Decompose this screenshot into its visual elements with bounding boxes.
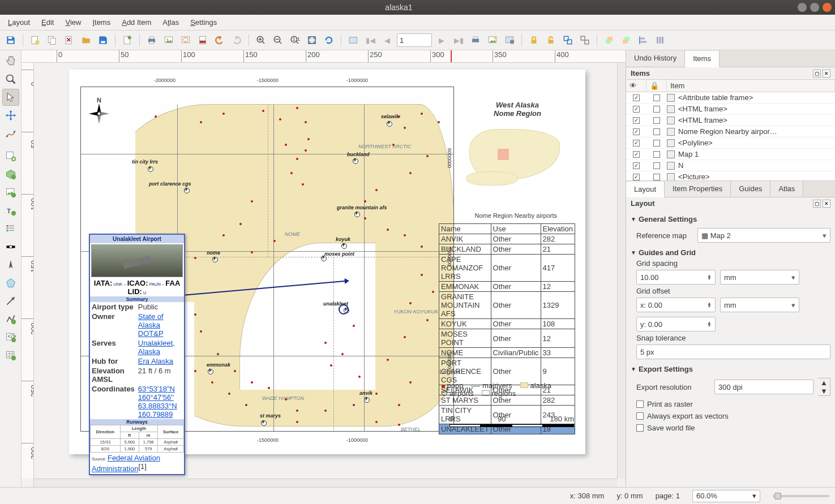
export-pdf-button[interactable] (195, 33, 210, 48)
menu-view[interactable]: View (61, 16, 85, 28)
menu-layout[interactable]: Layout (3, 16, 35, 28)
item-lock-checkbox[interactable] (653, 140, 660, 147)
add-3dmap-tool[interactable] (2, 166, 19, 183)
atlas-last-button[interactable]: ▶▮ (451, 33, 466, 48)
move-content-tool[interactable] (2, 107, 19, 124)
refmap-combo[interactable]: ▦ Map 2▾ (697, 228, 830, 243)
tab-undo-history[interactable]: Undo History (626, 50, 685, 67)
zoom-actual-button[interactable]: 1:1 (288, 33, 302, 48)
section-guides-grid[interactable]: ▼Guides and Grid (631, 245, 830, 259)
grid-offset-y-input[interactable]: y: 0.00▲▼ (636, 317, 716, 331)
menu-settings[interactable]: Settings (186, 16, 221, 28)
window-minimize-button[interactable] (798, 3, 807, 12)
item-visible-checkbox[interactable]: ✓ (633, 128, 640, 135)
list-item[interactable]: ✓Nome Region Nearby airpor… (626, 126, 835, 137)
lock-items-button[interactable] (526, 33, 541, 48)
tab-layout[interactable]: Layout (626, 182, 665, 197)
add-label-tool[interactable]: T (2, 202, 19, 219)
atlas-next-button[interactable]: ▶ (434, 33, 449, 48)
add-picture-tool[interactable] (2, 184, 19, 201)
new-layout-button[interactable] (28, 33, 42, 48)
menu-add-item[interactable]: Add Item (117, 16, 156, 28)
pan-button[interactable] (346, 33, 361, 48)
grid-offset-x-input[interactable]: x: 0.00▲▼ (636, 298, 716, 312)
menu-edit[interactable]: Edit (37, 16, 58, 28)
layout-page[interactable]: -2000000 -1500000 -1000000 -2000000 -150… (69, 70, 585, 454)
unlock-items-button[interactable] (543, 33, 558, 48)
scalebar[interactable]: 090180 km (449, 415, 574, 427)
always-vectors-checkbox[interactable] (636, 412, 644, 420)
export-res-input[interactable]: 300 dpi (714, 380, 813, 394)
panel-undock-button[interactable]: ▢ (813, 70, 821, 77)
tab-item-properties[interactable]: Item Properties (665, 181, 731, 197)
items-col-visible[interactable]: 👁 (626, 80, 646, 92)
items-col-lock[interactable]: 🔒 (646, 80, 667, 92)
tab-guides[interactable]: Guides (731, 181, 770, 197)
atlas-settings-button[interactable] (502, 33, 517, 48)
undo-button[interactable] (212, 33, 227, 48)
zoom-out-button[interactable] (271, 33, 285, 48)
item-visible-checkbox[interactable]: ✓ (633, 106, 640, 113)
zoom-combo[interactable]: 60.0%▾ (692, 490, 760, 502)
section-general[interactable]: ▼General Settings (631, 212, 830, 226)
print-as-raster-checkbox[interactable] (636, 400, 644, 408)
group-button[interactable] (560, 33, 575, 48)
horizontal-scrollbar[interactable] (34, 479, 617, 487)
layout-properties-scroll[interactable]: ▼General Settings Reference map ▦ Map 2▾… (626, 209, 835, 487)
add-scalebar-tool[interactable] (2, 238, 19, 255)
item-visible-checkbox[interactable]: ✓ (633, 94, 640, 101)
item-lock-checkbox[interactable] (653, 162, 660, 169)
item-visible-checkbox[interactable]: ✓ (633, 117, 640, 124)
item-lock-checkbox[interactable] (653, 174, 660, 180)
layout-canvas[interactable]: -2000000 -1500000 -1000000 -2000000 -150… (34, 63, 617, 479)
refresh-button[interactable] (322, 33, 336, 48)
align-left-button[interactable] (636, 33, 650, 48)
list-item[interactable]: ✓<Attribute table frame> (626, 92, 835, 104)
menu-atlas[interactable]: Atlas (158, 16, 183, 28)
section-export[interactable]: ▼Export Settings (631, 361, 830, 376)
ungroup-button[interactable] (577, 33, 592, 48)
open-folder-button[interactable] (79, 33, 93, 48)
atlas-first-button[interactable]: ▮◀ (363, 33, 378, 48)
add-html-tool[interactable]: </> (2, 329, 19, 346)
item-lock-checkbox[interactable] (653, 106, 660, 113)
add-shape-tool[interactable] (2, 274, 19, 291)
add-arrow-tool[interactable] (2, 292, 19, 309)
atlas-print-button[interactable] (468, 33, 483, 48)
item-visible-checkbox[interactable]: ✓ (633, 140, 640, 147)
snap-tolerance-input[interactable]: 5 px (636, 344, 830, 359)
window-maximize-button[interactable] (810, 3, 819, 12)
item-visible-checkbox[interactable]: ✓ (633, 162, 640, 169)
window-close-button[interactable] (823, 3, 832, 12)
export-svg-button[interactable] (178, 33, 193, 48)
pan-tool[interactable] (2, 53, 19, 70)
select-tool[interactable] (2, 89, 19, 106)
grid-spacing-unit[interactable]: mm▾ (720, 270, 799, 285)
add-node-item-tool[interactable] (2, 311, 19, 328)
inset-map[interactable]: West AlaskaNome Region (464, 101, 571, 191)
redo-button[interactable] (229, 33, 244, 48)
tab-items[interactable]: Items (685, 51, 720, 67)
zoom-slider[interactable] (773, 495, 829, 497)
print-button[interactable] (144, 33, 159, 48)
duplicate-layout-button[interactable] (45, 33, 59, 48)
atlas-page-input[interactable]: 1 (397, 33, 432, 47)
add-attr-table-tool[interactable] (2, 347, 19, 364)
add-map-tool[interactable] (2, 148, 19, 165)
list-item[interactable]: ✓<Picture> (626, 171, 835, 181)
save-layout-button[interactable] (3, 33, 18, 48)
raise-button[interactable] (602, 33, 616, 48)
item-lock-checkbox[interactable] (653, 151, 660, 158)
tab-atlas[interactable]: Atlas (770, 181, 803, 197)
item-lock-checkbox[interactable] (653, 94, 660, 101)
legend[interactable]: Legend popp majrivers alaska airports re… (442, 363, 551, 398)
grid-spacing-input[interactable]: 10.00▲▼ (636, 270, 716, 285)
export-res-stepper[interactable]: ▲▼ (818, 378, 830, 396)
grid-offset-unit[interactable]: mm▾ (720, 298, 799, 312)
items-list[interactable]: 👁 🔒 Item ✓<Attribute table frame>✓<HTML … (626, 79, 835, 181)
panel-close-button[interactable]: ✕ (823, 200, 830, 208)
lower-button[interactable] (619, 33, 633, 48)
atlas-prev-button[interactable]: ◀ (380, 33, 395, 48)
zoom-in-button[interactable] (254, 33, 268, 48)
list-item[interactable]: ✓<HTML frame> (626, 115, 835, 126)
